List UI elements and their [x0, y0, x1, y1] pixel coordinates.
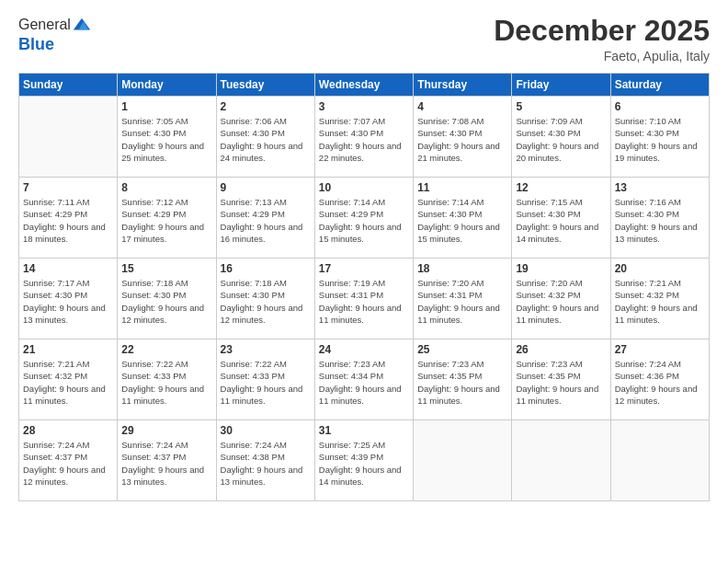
day-info: Sunrise: 7:09 AMSunset: 4:30 PMDaylight:… — [516, 115, 606, 164]
day-header-saturday: Saturday — [610, 74, 709, 97]
day-number: 23 — [221, 343, 311, 356]
calendar-cell: 15Sunrise: 7:18 AMSunset: 4:30 PMDayligh… — [118, 259, 216, 339]
day-number: 15 — [121, 262, 211, 275]
calendar-cell: 1Sunrise: 7:05 AMSunset: 4:30 PMDaylight… — [118, 97, 216, 178]
day-number: 24 — [319, 343, 409, 356]
day-number: 2 — [221, 100, 311, 113]
day-info: Sunrise: 7:22 AMSunset: 4:33 PMDaylight:… — [121, 358, 211, 407]
day-number: 20 — [615, 262, 705, 275]
day-info: Sunrise: 7:23 AMSunset: 4:34 PMDaylight:… — [319, 358, 409, 407]
day-info: Sunrise: 7:23 AMSunset: 4:35 PMDaylight:… — [516, 358, 606, 407]
day-number: 17 — [319, 262, 409, 275]
day-number: 29 — [121, 424, 211, 437]
day-info: Sunrise: 7:06 AMSunset: 4:30 PMDaylight:… — [221, 115, 311, 164]
calendar-cell: 17Sunrise: 7:19 AMSunset: 4:31 PMDayligh… — [314, 259, 413, 339]
calendar-cell: 5Sunrise: 7:09 AMSunset: 4:30 PMDaylight… — [512, 97, 610, 178]
logo-blue-text: Blue — [18, 35, 54, 53]
calendar-cell: 11Sunrise: 7:14 AMSunset: 4:30 PMDayligh… — [414, 178, 512, 259]
day-info: Sunrise: 7:16 AMSunset: 4:30 PMDaylight:… — [615, 196, 705, 245]
day-info: Sunrise: 7:21 AMSunset: 4:32 PMDaylight:… — [615, 277, 705, 326]
calendar-cell: 19Sunrise: 7:20 AMSunset: 4:32 PMDayligh… — [512, 259, 610, 339]
day-header-thursday: Thursday — [414, 74, 512, 97]
location: Faeto, Apulia, Italy — [494, 49, 710, 63]
day-info: Sunrise: 7:17 AMSunset: 4:30 PMDaylight:… — [23, 277, 113, 326]
calendar-cell: 14Sunrise: 7:17 AMSunset: 4:30 PMDayligh… — [19, 259, 118, 339]
day-info: Sunrise: 7:20 AMSunset: 4:32 PMDaylight:… — [516, 277, 606, 326]
calendar-cell: 22Sunrise: 7:22 AMSunset: 4:33 PMDayligh… — [118, 339, 216, 420]
day-number: 13 — [615, 181, 705, 194]
logo-icon — [72, 15, 92, 35]
day-number: 12 — [516, 181, 606, 194]
calendar-cell — [512, 420, 610, 501]
day-number: 25 — [417, 343, 507, 356]
calendar-cell — [19, 97, 118, 178]
day-info: Sunrise: 7:24 AMSunset: 4:37 PMDaylight:… — [23, 439, 113, 488]
page: General Blue December 2025 Faeto, Apulia… — [0, 0, 728, 563]
calendar-week-row: 14Sunrise: 7:17 AMSunset: 4:30 PMDayligh… — [19, 259, 710, 339]
day-number: 31 — [319, 424, 409, 437]
calendar-cell: 4Sunrise: 7:08 AMSunset: 4:30 PMDaylight… — [414, 97, 512, 178]
day-number: 7 — [23, 181, 113, 194]
calendar-cell — [414, 420, 512, 501]
day-number: 26 — [516, 343, 606, 356]
day-number: 21 — [23, 343, 113, 356]
calendar-cell: 24Sunrise: 7:23 AMSunset: 4:34 PMDayligh… — [314, 339, 413, 420]
day-header-tuesday: Tuesday — [216, 74, 314, 97]
calendar-cell: 6Sunrise: 7:10 AMSunset: 4:30 PMDaylight… — [610, 97, 709, 178]
day-info: Sunrise: 7:24 AMSunset: 4:36 PMDaylight:… — [615, 358, 705, 407]
day-info: Sunrise: 7:08 AMSunset: 4:30 PMDaylight:… — [417, 115, 507, 164]
day-info: Sunrise: 7:13 AMSunset: 4:29 PMDaylight:… — [221, 196, 311, 245]
calendar-cell: 21Sunrise: 7:21 AMSunset: 4:32 PMDayligh… — [19, 339, 118, 420]
day-info: Sunrise: 7:25 AMSunset: 4:39 PMDaylight:… — [319, 439, 409, 488]
day-info: Sunrise: 7:22 AMSunset: 4:33 PMDaylight:… — [221, 358, 311, 407]
day-number: 5 — [516, 100, 606, 113]
day-info: Sunrise: 7:18 AMSunset: 4:30 PMDaylight:… — [121, 277, 211, 326]
day-number: 11 — [417, 181, 507, 194]
month-title: December 2025 — [494, 15, 710, 47]
day-info: Sunrise: 7:19 AMSunset: 4:31 PMDaylight:… — [319, 277, 409, 326]
calendar-table: SundayMondayTuesdayWednesdayThursdayFrid… — [18, 73, 710, 501]
title-block: December 2025 Faeto, Apulia, Italy — [494, 15, 710, 63]
calendar-week-row: 21Sunrise: 7:21 AMSunset: 4:32 PMDayligh… — [19, 339, 710, 420]
day-info: Sunrise: 7:10 AMSunset: 4:30 PMDaylight:… — [615, 115, 705, 164]
calendar-cell: 7Sunrise: 7:11 AMSunset: 4:29 PMDaylight… — [19, 178, 118, 259]
day-number: 27 — [615, 343, 705, 356]
calendar-week-row: 28Sunrise: 7:24 AMSunset: 4:37 PMDayligh… — [19, 420, 710, 501]
calendar-cell: 30Sunrise: 7:24 AMSunset: 4:38 PMDayligh… — [216, 420, 314, 501]
calendar-week-row: 1Sunrise: 7:05 AMSunset: 4:30 PMDaylight… — [19, 97, 710, 178]
header: General Blue December 2025 Faeto, Apulia… — [18, 15, 710, 63]
day-number: 30 — [221, 424, 311, 437]
day-number: 28 — [23, 424, 113, 437]
calendar-cell: 28Sunrise: 7:24 AMSunset: 4:37 PMDayligh… — [19, 420, 118, 501]
calendar-cell: 13Sunrise: 7:16 AMSunset: 4:30 PMDayligh… — [610, 178, 709, 259]
day-info: Sunrise: 7:18 AMSunset: 4:30 PMDaylight:… — [221, 277, 311, 326]
calendar-cell: 25Sunrise: 7:23 AMSunset: 4:35 PMDayligh… — [414, 339, 512, 420]
logo: General Blue — [18, 15, 92, 54]
day-header-wednesday: Wednesday — [314, 74, 413, 97]
calendar-cell: 20Sunrise: 7:21 AMSunset: 4:32 PMDayligh… — [610, 259, 709, 339]
logo-general-text: General — [18, 17, 71, 33]
calendar-cell: 12Sunrise: 7:15 AMSunset: 4:30 PMDayligh… — [512, 178, 610, 259]
calendar-cell: 29Sunrise: 7:24 AMSunset: 4:37 PMDayligh… — [118, 420, 216, 501]
calendar-cell: 26Sunrise: 7:23 AMSunset: 4:35 PMDayligh… — [512, 339, 610, 420]
day-number: 8 — [121, 181, 211, 194]
calendar-cell: 18Sunrise: 7:20 AMSunset: 4:31 PMDayligh… — [414, 259, 512, 339]
calendar-cell: 8Sunrise: 7:12 AMSunset: 4:29 PMDaylight… — [118, 178, 216, 259]
day-number: 6 — [615, 100, 705, 113]
day-info: Sunrise: 7:24 AMSunset: 4:38 PMDaylight:… — [221, 439, 311, 488]
day-info: Sunrise: 7:05 AMSunset: 4:30 PMDaylight:… — [121, 115, 211, 164]
day-info: Sunrise: 7:12 AMSunset: 4:29 PMDaylight:… — [121, 196, 211, 245]
calendar-cell: 16Sunrise: 7:18 AMSunset: 4:30 PMDayligh… — [216, 259, 314, 339]
day-number: 16 — [221, 262, 311, 275]
calendar-week-row: 7Sunrise: 7:11 AMSunset: 4:29 PMDaylight… — [19, 178, 710, 259]
day-info: Sunrise: 7:24 AMSunset: 4:37 PMDaylight:… — [121, 439, 211, 488]
calendar-cell: 27Sunrise: 7:24 AMSunset: 4:36 PMDayligh… — [610, 339, 709, 420]
calendar-header-row: SundayMondayTuesdayWednesdayThursdayFrid… — [19, 74, 710, 97]
calendar-cell: 10Sunrise: 7:14 AMSunset: 4:29 PMDayligh… — [314, 178, 413, 259]
day-number: 19 — [516, 262, 606, 275]
day-info: Sunrise: 7:07 AMSunset: 4:30 PMDaylight:… — [319, 115, 409, 164]
calendar-cell — [610, 420, 709, 501]
calendar-cell: 31Sunrise: 7:25 AMSunset: 4:39 PMDayligh… — [314, 420, 413, 501]
day-number: 10 — [319, 181, 409, 194]
day-info: Sunrise: 7:14 AMSunset: 4:30 PMDaylight:… — [417, 196, 507, 245]
